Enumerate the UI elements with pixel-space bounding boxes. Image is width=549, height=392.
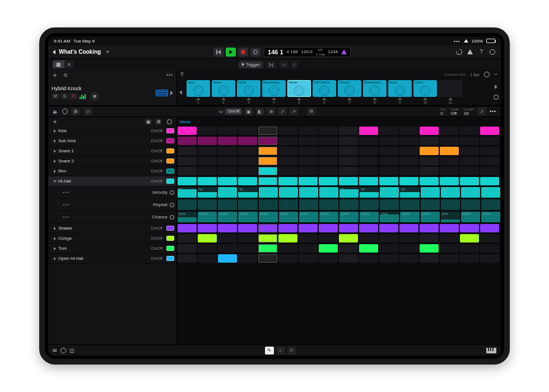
sublane-step[interactable]: 100 bbox=[421, 187, 440, 198]
undo-button[interactable] bbox=[455, 48, 463, 56]
step-cell[interactable] bbox=[238, 254, 257, 263]
step-cell[interactable] bbox=[480, 224, 499, 232]
sublane-step[interactable]: 100% bbox=[218, 212, 237, 222]
ed-tool-2[interactable]: ◧ bbox=[255, 108, 264, 115]
step-cell[interactable] bbox=[198, 147, 217, 155]
step-cell[interactable] bbox=[440, 254, 459, 263]
step-onoff-label[interactable]: On/Off bbox=[225, 108, 243, 115]
brightness-tool[interactable]: ☼ bbox=[276, 347, 285, 354]
sublane-step[interactable]: 100 bbox=[259, 187, 278, 198]
step-cell[interactable] bbox=[339, 244, 358, 253]
step-cell[interactable] bbox=[218, 177, 237, 185]
scene-cell[interactable]: PreChorus6 bbox=[313, 80, 336, 104]
sublane-knob-icon[interactable] bbox=[170, 190, 174, 195]
step-cell[interactable] bbox=[258, 234, 277, 242]
lane-mode[interactable]: On/Off bbox=[151, 159, 163, 163]
step-cell[interactable] bbox=[178, 127, 197, 135]
step-cell[interactable] bbox=[399, 254, 418, 263]
step-cell[interactable] bbox=[339, 127, 358, 135]
ed-fullscreen[interactable]: ⤢ bbox=[477, 108, 486, 115]
step-cell[interactable] bbox=[460, 137, 479, 145]
sublane-step[interactable] bbox=[218, 199, 237, 210]
step-cell[interactable] bbox=[258, 137, 277, 145]
step-cell[interactable] bbox=[359, 234, 378, 242]
step-cell[interactable] bbox=[420, 177, 439, 185]
scene-cell[interactable]: Chorus7 bbox=[338, 80, 361, 104]
ed-tool-5[interactable]: ↗ bbox=[289, 108, 298, 115]
lane-row[interactable]: Hi-Hat On/Off bbox=[48, 176, 176, 186]
step-cell[interactable] bbox=[379, 167, 398, 175]
step-cell[interactable] bbox=[339, 234, 358, 242]
step-cell[interactable] bbox=[178, 147, 197, 155]
step-cell[interactable] bbox=[339, 147, 358, 155]
go-to-start-button[interactable] bbox=[213, 48, 224, 57]
step-cell[interactable] bbox=[379, 244, 398, 253]
drum-pad-icon[interactable] bbox=[166, 256, 174, 261]
step-cell[interactable] bbox=[218, 224, 237, 232]
step-cell[interactable] bbox=[218, 234, 237, 242]
scene-cell[interactable]: Hook9 bbox=[388, 80, 412, 104]
step-cell[interactable] bbox=[178, 224, 197, 232]
step-cell[interactable] bbox=[480, 147, 499, 155]
step-cell[interactable] bbox=[319, 254, 338, 263]
step-cell[interactable] bbox=[178, 177, 197, 185]
step-cell[interactable] bbox=[379, 177, 398, 185]
step-cell[interactable] bbox=[480, 254, 499, 263]
step-cell[interactable] bbox=[198, 177, 217, 185]
lane-mode[interactable]: On/Off bbox=[151, 236, 163, 240]
step-cell[interactable] bbox=[299, 127, 318, 135]
lane-mode[interactable]: On/Off bbox=[151, 149, 163, 153]
drum-pad-icon[interactable] bbox=[166, 236, 174, 241]
step-cell[interactable] bbox=[299, 244, 318, 253]
step-cell[interactable] bbox=[460, 177, 479, 185]
lane-row[interactable]: Shaker On/Off bbox=[48, 223, 176, 234]
scene-trigger[interactable] bbox=[448, 97, 453, 100]
sublane-step[interactable] bbox=[421, 199, 440, 210]
sublane-step[interactable]: 100 bbox=[481, 187, 500, 198]
step-cell[interactable] bbox=[480, 234, 499, 242]
lane-row[interactable]: Snare 1 On/Off bbox=[48, 146, 176, 156]
snap-button[interactable]: ⎚ bbox=[83, 108, 92, 115]
sublane-step[interactable]: 100% bbox=[259, 212, 278, 222]
step-cell[interactable] bbox=[178, 244, 197, 253]
step-cell[interactable] bbox=[198, 137, 217, 145]
help-button[interactable]: ? bbox=[477, 48, 485, 56]
cells-settings-icon[interactable]: ≡̤ bbox=[180, 72, 184, 77]
sublane-step[interactable]: 100% bbox=[360, 212, 379, 222]
step-cell[interactable] bbox=[460, 147, 479, 155]
step-cell[interactable] bbox=[420, 254, 439, 263]
step-cell[interactable] bbox=[399, 147, 418, 155]
queue-mode-button[interactable]: ▷| bbox=[266, 61, 277, 68]
drum-pad-icon[interactable] bbox=[166, 138, 174, 143]
lane-row[interactable]: Conga On/Off bbox=[48, 234, 176, 244]
step-cell[interactable] bbox=[319, 147, 338, 155]
step-cell[interactable] bbox=[299, 157, 318, 165]
step-cell[interactable] bbox=[460, 254, 479, 263]
scene-cell[interactable]: Breakdown8 bbox=[363, 80, 387, 104]
step-cell[interactable] bbox=[238, 137, 257, 145]
step-cell[interactable] bbox=[238, 157, 257, 165]
step-cell[interactable] bbox=[238, 177, 257, 185]
back-button[interactable] bbox=[53, 50, 55, 54]
step-cell[interactable] bbox=[379, 224, 398, 232]
sublane-step[interactable] bbox=[400, 199, 419, 210]
step-cell[interactable] bbox=[278, 177, 297, 185]
step-cell[interactable] bbox=[319, 157, 338, 165]
step-cell[interactable] bbox=[299, 177, 318, 185]
step-cell[interactable] bbox=[319, 224, 338, 232]
track-expand-icon[interactable] bbox=[170, 91, 173, 95]
step-cell[interactable] bbox=[178, 157, 197, 165]
speaker-icon[interactable]: 🔈 bbox=[53, 109, 59, 114]
sublane-step[interactable]: 100 bbox=[380, 187, 399, 198]
lane-disclosure-icon[interactable] bbox=[54, 257, 56, 260]
track-options-button[interactable]: ••• bbox=[166, 72, 173, 78]
step-cell[interactable] bbox=[440, 157, 459, 165]
scene-trigger[interactable] bbox=[196, 97, 201, 100]
lane-row[interactable]: Tom On/Off bbox=[48, 244, 176, 254]
step-cell[interactable] bbox=[399, 127, 418, 135]
lane-disclosure-icon[interactable] bbox=[53, 180, 57, 183]
step-cell[interactable] bbox=[399, 244, 418, 253]
lane-loop-icon[interactable] bbox=[165, 118, 173, 125]
step-cell[interactable] bbox=[359, 167, 378, 175]
lane-row[interactable]: Sub Kick On/Off bbox=[48, 136, 176, 146]
